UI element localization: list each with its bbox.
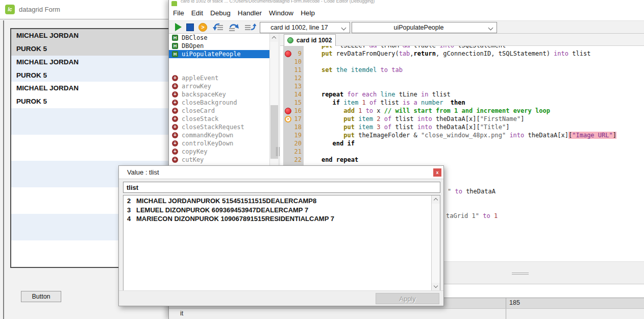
code-line-16[interactable]: 16 add 1 to x // will start from 1 and i… — [280, 107, 644, 115]
expression-input[interactable] — [123, 182, 440, 193]
code-line[interactable]: put tSELECT && tFROM && tTable into tSQL… — [280, 46, 644, 50]
line-number-cell[interactable]: 9 — [283, 50, 304, 58]
script-editor-titlebar[interactable]: card id 1002 of stack ... C:/Users/Docum… — [169, 0, 644, 6]
line-number-cell[interactable]: >17 — [283, 115, 304, 123]
row-title: MICHAEL JORDAN — [16, 84, 79, 92]
code-line-10[interactable]: 10 — [280, 58, 644, 66]
menu-edit[interactable]: Edit — [188, 6, 207, 17]
dialog-titlebar[interactable]: Value : tlist x — [119, 166, 443, 179]
handler-label: controlKeyDown — [182, 140, 233, 147]
code-line-22[interactable]: 22 end repeat — [280, 156, 644, 164]
step-into-icon[interactable] — [212, 23, 224, 31]
value-cell: CAMP 7 — [283, 206, 308, 214]
value-list[interactable]: 2MICHAEL JORDANPUROK 515451511515DEALERC… — [123, 195, 440, 291]
scrollbar-thumb[interactable] — [270, 105, 278, 159]
code-line-9[interactable]: 9 put revDataFromQuery(tab,return, gConn… — [280, 50, 644, 58]
handler-item-controlkeydown[interactable]: +controlKeyDown — [169, 139, 269, 148]
handler-item-commandkeydown[interactable]: +commandKeyDown — [169, 131, 269, 139]
line-number-cell[interactable]: 14 — [283, 90, 304, 99]
line-number: 18 — [294, 124, 302, 131]
line-number-cell[interactable] — [283, 46, 304, 50]
code-line-19[interactable]: 19 put theImageFolder & "close_window_48… — [280, 131, 644, 139]
value-list-row[interactable]: 3LEMUEL DIZONPUROK 609369453947DEALERCAM… — [123, 206, 431, 215]
handler-label: closeStack — [182, 115, 218, 122]
datagrid-row[interactable] — [11, 108, 168, 135]
handler-item-closecard[interactable]: +closeCard — [169, 107, 269, 115]
value-list-scrollbar[interactable] — [431, 195, 440, 291]
breakpoint-icon[interactable] — [285, 51, 291, 57]
code-text: put tSELECT && tFROM && tTable into tSQL… — [307, 46, 506, 50]
execution-pointer-icon: > — [285, 116, 291, 122]
value-list-row[interactable]: 2MICHAEL JORDANPUROK 515451511515DEALERC… — [123, 197, 431, 206]
step-over-icon[interactable] — [228, 23, 240, 31]
close-icon[interactable]: x — [433, 168, 441, 177]
line-number-cell[interactable]: 11 — [283, 66, 304, 74]
menu-file[interactable]: File — [169, 6, 188, 17]
code-line-13[interactable]: 13 — [280, 82, 644, 90]
variable-row[interactable]: it — [169, 309, 644, 319]
code-line-15[interactable]: 15 if item 1 of tlist is a number then — [280, 99, 644, 107]
breakpoint-icon[interactable] — [285, 108, 291, 114]
continue-run-icon[interactable]: > — [199, 23, 207, 32]
line-number-cell[interactable]: 13 — [283, 82, 304, 90]
code-line-12[interactable]: 12 — [280, 74, 644, 82]
row-title: MICHAEL JORDAN — [16, 32, 79, 39]
step-out-icon[interactable] — [244, 23, 256, 31]
code-line-18[interactable]: 18 put item 3 of tlist into theDataA[x][… — [280, 123, 644, 131]
stop-debug-icon[interactable] — [186, 23, 194, 31]
handler-dropdown[interactable]: uiPopulatePeople — [352, 22, 497, 33]
value-cell: 2 — [127, 197, 136, 205]
line-number-cell[interactable]: 10 — [283, 58, 304, 66]
stack-button[interactable]: Button — [21, 291, 61, 302]
line-number-cell[interactable]: 12 — [283, 74, 304, 82]
apply-button[interactable]: Apply — [376, 293, 439, 304]
code-text: end repeat — [307, 156, 358, 164]
scroll-up-button[interactable] — [432, 195, 440, 204]
scroll-up-button[interactable] — [270, 34, 279, 42]
scroll-down-button[interactable] — [432, 283, 440, 291]
handler-dropdown-value: uiPopulatePeople — [352, 22, 485, 33]
handler-item-arrowkey[interactable]: +arrowKey — [169, 82, 269, 90]
line-number: 21 — [294, 148, 302, 155]
handler-item-closestack[interactable]: +closeStack — [169, 115, 269, 123]
code-line-14[interactable]: 14 repeat for each line tLine in tlist — [280, 90, 644, 99]
add-handler-icon: + — [172, 83, 178, 89]
line-number-cell[interactable]: 16 — [283, 107, 304, 115]
handler-item-uipopulatepeople[interactable]: HuiPopulatePeople — [169, 50, 269, 58]
handler-item-appleevent[interactable]: +appleEvent — [169, 74, 269, 82]
code-line-21[interactable]: 21 — [280, 148, 644, 156]
line-number-cell[interactable]: 19 — [283, 131, 304, 139]
handler-icon: H — [172, 51, 178, 57]
handler-item-closebackground[interactable]: +closeBackground — [169, 99, 269, 107]
menu-window[interactable]: Window — [265, 6, 297, 17]
value-cell: 4 — [127, 215, 136, 223]
code-line-11[interactable]: 11 set the itemdel to tab — [280, 66, 644, 74]
handler-item-dbopen[interactable]: HDBOpen — [169, 42, 269, 50]
execution-context-dropdown[interactable]: card id 1002, line 17 — [260, 22, 350, 33]
datagrid-row[interactable]: MICHAEL JORDANPUROK 5 — [11, 56, 168, 82]
add-handler-icon: + — [172, 157, 178, 163]
menu-help[interactable]: Help — [297, 6, 318, 17]
handler-item-closestackrequest[interactable]: +closeStackRequest — [169, 123, 269, 131]
value-list-row[interactable]: 4MARIECON DIZONPUROK 109067891515RESIDEN… — [123, 215, 431, 224]
line-number-cell[interactable]: 22 — [283, 156, 304, 164]
handler-item-cutkey[interactable]: +cutKey — [169, 156, 269, 164]
datagrid-row[interactable]: MICHAEL JORDANPUROK 5 — [11, 29, 168, 56]
handler-item-dbclose[interactable]: HDBClose — [169, 34, 269, 42]
stack-window-titlebar[interactable]: lc datagrid Form — [0, 0, 168, 19]
line-number-cell[interactable]: 15 — [283, 99, 304, 107]
livecode-window-icon — [171, 1, 177, 6]
menu-handler[interactable]: Handler — [234, 6, 265, 17]
code-line-17[interactable]: >17 put item 2 of tlist into theDataA[x]… — [280, 115, 644, 123]
menu-debug[interactable]: Debug — [207, 6, 234, 17]
code-line-20[interactable]: 20 end if — [280, 139, 644, 148]
handler-item-backspacekey[interactable]: +backspaceKey — [169, 90, 269, 99]
run-script-icon[interactable] — [175, 23, 182, 31]
handler-item-copykey[interactable]: +copyKey — [169, 148, 269, 156]
datagrid-row[interactable]: MICHAEL JORDANPUROK 5 — [11, 82, 168, 108]
line-number-cell[interactable]: 18 — [283, 123, 304, 131]
datagrid-row[interactable] — [11, 135, 168, 161]
line-number-cell[interactable]: 21 — [283, 148, 304, 156]
line-number-cell[interactable]: 20 — [283, 139, 304, 148]
tab-card-id-1002[interactable]: card id 1002 — [284, 34, 336, 46]
